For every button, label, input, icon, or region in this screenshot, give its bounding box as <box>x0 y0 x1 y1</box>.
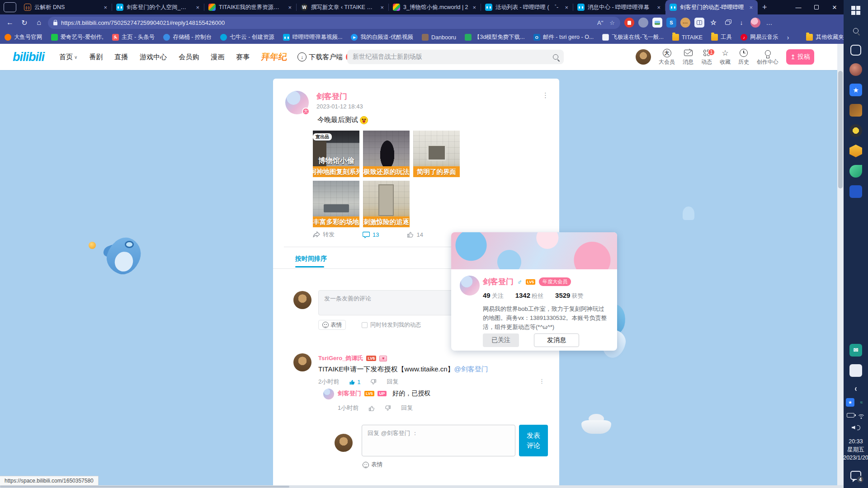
green-sprout-app-icon[interactable] <box>849 165 862 178</box>
browser-menu-icon[interactable]: … <box>764 18 774 28</box>
bookmark-bucket[interactable]: 存储桶 - 控制台 <box>163 33 212 41</box>
reply-emoji-button[interactable]: 表情 <box>363 461 382 469</box>
reply-send-button[interactable]: 发表评论 <box>519 425 548 456</box>
address-bar[interactable]: https://t.bilibili.com/75025274725990402… <box>48 17 620 29</box>
followed-button[interactable]: 已关注 <box>483 333 519 347</box>
nav-item-esports[interactable]: 赛事 <box>236 53 250 61</box>
nav-item-vip-shop[interactable]: 会员购 <box>179 53 199 61</box>
tab-dynamic-active[interactable]: 剑客登门的动态-哔哩哔哩 × <box>665 0 758 14</box>
comment-button[interactable]: 13 <box>363 231 379 238</box>
favorites-menu-icon[interactable]: ☆ <box>708 18 718 28</box>
nav-item-game-center[interactable]: 游戏中心 <box>140 53 167 61</box>
comment-reply-button[interactable]: 回复 <box>387 378 398 386</box>
tab-mcworld[interactable]: 3_博物馆小偷.mcworld | 2 × <box>389 0 481 14</box>
tab-close-icon[interactable]: × <box>748 4 754 11</box>
reply-input[interactable]: 回复 @剑客登门 ： <box>362 425 515 456</box>
tab-close-icon[interactable]: × <box>472 4 477 11</box>
bookmark-toutiao[interactable]: 头主页 - 头条号 <box>112 33 155 41</box>
collections-icon[interactable] <box>722 18 732 28</box>
user-avatar[interactable] <box>636 49 651 65</box>
bookmark-dayuhao[interactable]: 大鱼号官网 <box>5 33 42 41</box>
nav-item-anime[interactable]: 番剧 <box>89 53 103 61</box>
tab-bili-space[interactable]: 剑客登门的个人空间_哔哩 × <box>112 0 204 14</box>
post-image-3[interactable]: 简明了的界面 <box>413 131 460 177</box>
new-year-event-logo[interactable]: 拜年纪 <box>261 51 288 63</box>
bookmark-youku[interactable]: ▶我的自频道-优酷视频 <box>351 33 413 41</box>
favorite-star-icon[interactable]: ☆ <box>609 19 615 26</box>
blue-square-app-icon[interactable] <box>849 185 862 198</box>
search-box[interactable]: 新世纪福音战士新剧场版 <box>347 50 564 64</box>
hidden-icons-chevron[interactable]: ‹ <box>855 382 857 393</box>
vertical-scrollbar[interactable] <box>837 44 844 485</box>
bilibili-logo[interactable]: bilibili <box>13 50 44 64</box>
window-close-button[interactable]: ✕ <box>826 0 844 14</box>
bookmark-qiniu[interactable]: 七牛云 - 创建资源 <box>220 33 274 41</box>
scrollbar-thumb[interactable] <box>0 486 289 488</box>
nav-messages[interactable]: 消息 <box>683 48 693 66</box>
url-text[interactable]: https://t.bilibili.com/75025274725990402… <box>61 19 591 26</box>
taskbar-search-icon[interactable] <box>849 24 862 37</box>
bookmark-netease-music[interactable]: ♪网易云音乐 <box>741 33 778 41</box>
tab-close-icon[interactable]: × <box>103 4 108 11</box>
nav-vip[interactable]: 大大会员 <box>659 48 675 66</box>
bookmark-3dmodel[interactable]: 【3d模型免费下载... <box>465 33 525 41</box>
adblock-extension-icon[interactable] <box>624 18 634 28</box>
tab-close-icon[interactable]: × <box>564 4 569 11</box>
profile-card-avatar[interactable] <box>459 275 481 296</box>
comment-username[interactable]: TsriGero_鸽谭氏 <box>318 354 363 362</box>
post-more-icon[interactable]: ⋮ <box>542 91 549 99</box>
reply-like-button[interactable] <box>368 405 375 411</box>
horizontal-scrollbar[interactable] <box>0 485 844 488</box>
nav-creator-center[interactable]: 创作中心 <box>757 48 778 66</box>
comment-avatar[interactable] <box>293 353 311 371</box>
start-button[interactable] <box>849 4 862 17</box>
comment-like-button[interactable]: 1 <box>349 379 360 385</box>
screenshot-extension-icon[interactable] <box>652 18 662 28</box>
teal-chat-app-icon[interactable]: ✉ <box>849 344 862 357</box>
battery-icon[interactable] <box>847 413 854 418</box>
bookmark-danbooru[interactable]: Danbooru <box>422 34 456 41</box>
download-client-button[interactable]: ↓ 下载客户端 新 <box>297 52 354 61</box>
tab-activity-list[interactable]: 活动列表 - 哔哩哔哩 ( ゜- × <box>481 0 573 14</box>
task-view-icon[interactable] <box>850 45 861 56</box>
edge-profile-app-icon[interactable] <box>849 63 862 76</box>
share-button[interactable]: 转发 <box>313 230 335 239</box>
sort-by-time-tab[interactable]: 按时间排序 <box>295 255 327 263</box>
tab-close-icon[interactable]: × <box>195 4 200 11</box>
profile-name[interactable]: 剑客登门 <box>483 277 514 287</box>
tray-blue-star-icon[interactable]: ★ <box>846 398 854 407</box>
tab-dns[interactable]: {-} 云解析 DNS × <box>20 0 112 14</box>
stat-following[interactable]: 49关注 <box>483 291 504 300</box>
white-window-app-icon[interactable] <box>849 364 862 377</box>
forward-checkbox[interactable] <box>362 322 368 328</box>
post-author-name[interactable]: 剑客登门 <box>316 91 347 102</box>
window-minimize-button[interactable]: — <box>789 0 807 14</box>
tray-green-wings-icon[interactable]: ≈ <box>857 398 866 407</box>
emoji-button[interactable]: 表情 <box>318 320 346 330</box>
tab-message-center[interactable]: 消息中心 - 哔哩哔哩弹幕 × <box>573 0 665 14</box>
reply-reply-button[interactable]: 回复 <box>401 404 413 412</box>
bookmark-iqiyi[interactable]: 爱奇艺号-爱创作, <box>51 33 104 41</box>
home-icon[interactable]: ⌂ <box>32 16 46 29</box>
like-button[interactable]: 14 <box>407 231 423 238</box>
tab-close-icon[interactable]: × <box>287 4 292 11</box>
bookmark-feijisu[interactable]: 飞极速在线-飞一般... <box>602 33 664 41</box>
gold-shield-app-icon[interactable] <box>849 145 862 157</box>
bookmark-folder-tools[interactable]: 工具 <box>711 33 732 41</box>
nav-item-manga[interactable]: 漫画 <box>211 53 224 61</box>
tab-close-icon[interactable]: × <box>656 4 661 11</box>
nav-favorites[interactable]: ☆收藏 <box>720 48 731 66</box>
nav-item-live[interactable]: 直播 <box>114 53 128 61</box>
photo-app-icon[interactable] <box>849 104 862 117</box>
back-icon[interactable]: ← <box>3 16 17 29</box>
downloads-icon[interactable]: ↓ <box>736 18 746 28</box>
search-icon[interactable] <box>553 54 558 60</box>
nav-history[interactable]: 历史 <box>738 48 749 66</box>
comment-more-icon[interactable]: ⋮ <box>539 378 545 385</box>
post-image-1[interactable]: 宣出品 博物馆小偷 阿神地图复刻系列 <box>313 131 359 177</box>
cookie-extension-icon[interactable]: ••• <box>680 18 690 28</box>
reply-username[interactable]: 剑客登门 <box>338 389 361 398</box>
stat-likes[interactable]: 3529获赞 <box>555 291 583 300</box>
forward-to-dynamic-option[interactable]: 同时转发到我的动态 <box>362 321 421 329</box>
comment-dislike-button[interactable] <box>370 379 377 385</box>
